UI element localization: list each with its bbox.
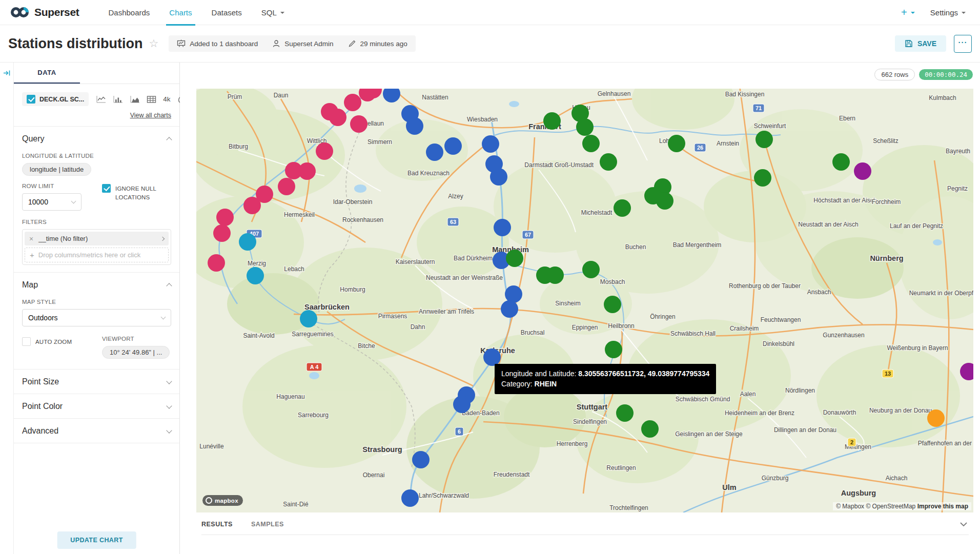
map-point[interactable] bbox=[854, 162, 871, 180]
map-point[interactable] bbox=[756, 131, 773, 148]
map-point[interactable] bbox=[616, 404, 634, 422]
viz-type-selected[interactable]: DECK.GL SC... bbox=[22, 92, 89, 106]
area-chart-icon[interactable] bbox=[130, 95, 140, 104]
attribution-mapbox[interactable]: © Mapbox bbox=[836, 503, 864, 510]
save-button[interactable]: SAVE bbox=[895, 35, 946, 52]
map-point[interactable] bbox=[350, 115, 368, 133]
map-point[interactable] bbox=[278, 178, 295, 195]
map-point[interactable] bbox=[506, 250, 523, 267]
deckgl-map[interactable]: PrümDaunNastättenGelnhausenBad Kissingen… bbox=[196, 89, 973, 512]
nav-dashboards[interactable]: Dashboards bbox=[108, 0, 150, 25]
map-point[interactable] bbox=[576, 118, 594, 136]
map-point[interactable] bbox=[216, 209, 234, 226]
map-point[interactable] bbox=[490, 168, 507, 186]
map-point[interactable] bbox=[401, 489, 419, 507]
map-point[interactable] bbox=[543, 112, 561, 130]
map-point[interactable] bbox=[444, 137, 462, 155]
viz-4k-label[interactable]: 4k bbox=[163, 95, 170, 103]
filter-drop-zone[interactable]: + Drop columns/metrics here or click bbox=[25, 248, 169, 262]
map-section-header[interactable]: Map bbox=[14, 273, 179, 296]
map-point[interactable] bbox=[582, 135, 600, 152]
nav-charts[interactable]: Charts bbox=[169, 0, 192, 25]
map-attribution: © Mapbox © OpenStreetMap Improve this ma… bbox=[833, 502, 971, 510]
dashboard-icon bbox=[177, 39, 186, 48]
map-point[interactable] bbox=[208, 254, 225, 272]
collapse-results-icon[interactable] bbox=[959, 522, 969, 527]
update-chart-button[interactable]: UPDATE CHART bbox=[57, 531, 136, 549]
auto-zoom-control[interactable]: AUTO ZOOM bbox=[22, 337, 99, 346]
map-style-select[interactable]: Outdoors bbox=[22, 309, 171, 326]
new-item-button[interactable]: + bbox=[901, 7, 915, 18]
map-point[interactable] bbox=[505, 285, 522, 303]
nav-sql[interactable]: SQL bbox=[261, 0, 284, 25]
advanced-section-header[interactable]: Advanced bbox=[14, 419, 179, 442]
road-shield-label: 26 bbox=[697, 145, 703, 151]
expand-panel-icon[interactable] bbox=[3, 69, 11, 77]
map-point[interactable] bbox=[614, 199, 631, 217]
tab-samples[interactable]: SAMPLES bbox=[251, 521, 284, 528]
row-limit-select[interactable]: 10000 bbox=[22, 193, 81, 211]
map-point[interactable] bbox=[406, 117, 423, 135]
map-point[interactable] bbox=[247, 267, 264, 284]
tab-data[interactable]: DATA bbox=[14, 63, 80, 84]
query-section-header[interactable]: Query bbox=[14, 127, 179, 150]
map-city-label: Michelstadt bbox=[581, 209, 612, 216]
improve-map-link[interactable]: Improve this map bbox=[917, 503, 968, 510]
map-point[interactable] bbox=[426, 143, 443, 161]
line-chart-icon[interactable] bbox=[96, 95, 106, 104]
mapbox-logo[interactable]: mapbox bbox=[202, 495, 243, 506]
viewport-value-pill[interactable]: 10° 24' 49.86" | ... bbox=[102, 346, 170, 359]
map-city-label: Heilbronn bbox=[608, 322, 634, 330]
mapbox-icon bbox=[206, 497, 212, 504]
map-point[interactable] bbox=[927, 409, 945, 427]
dashboards-badge[interactable]: Added to 1 dashboard bbox=[177, 39, 258, 48]
map-point[interactable] bbox=[213, 224, 231, 242]
point-size-section-header[interactable]: Point Size bbox=[14, 370, 179, 393]
map-point[interactable] bbox=[668, 135, 685, 152]
checked-checkbox-icon[interactable] bbox=[102, 184, 111, 193]
attribution-osm[interactable]: © OpenStreetMap bbox=[866, 503, 915, 510]
map-canvas[interactable]: PrümDaunNastättenGelnhausenBad Kissingen… bbox=[196, 89, 973, 512]
bar-chart-icon[interactable] bbox=[113, 95, 123, 104]
lonlat-value-pill[interactable]: longitude | latitude bbox=[22, 163, 91, 176]
map-point[interactable] bbox=[300, 310, 317, 327]
view-all-charts-link[interactable]: View all charts bbox=[130, 112, 171, 119]
superset-logo[interactable]: Superset bbox=[10, 6, 79, 18]
map-point[interactable] bbox=[453, 396, 471, 413]
unchecked-checkbox-icon[interactable] bbox=[22, 337, 31, 346]
owner-badge[interactable]: Superset Admin bbox=[272, 39, 333, 48]
last-modified-badge[interactable]: 29 minutes ago bbox=[348, 39, 407, 48]
map-point[interactable] bbox=[316, 142, 333, 160]
map-point[interactable] bbox=[604, 296, 621, 313]
map-point[interactable] bbox=[243, 197, 261, 214]
ignore-null-control[interactable]: IGNORE NULL LOCATIONS bbox=[102, 184, 171, 201]
map-point[interactable] bbox=[501, 300, 518, 318]
map-point[interactable] bbox=[656, 192, 673, 210]
map-point[interactable] bbox=[412, 451, 430, 468]
map-point[interactable] bbox=[605, 341, 622, 358]
filter-pill[interactable]: × __time (No filter) bbox=[25, 232, 169, 245]
remove-filter-icon[interactable]: × bbox=[29, 235, 33, 243]
map-point[interactable] bbox=[285, 162, 302, 179]
nav-datasets[interactable]: Datasets bbox=[212, 0, 242, 25]
map-point[interactable] bbox=[582, 261, 600, 278]
point-color-section-header[interactable]: Point Color bbox=[14, 394, 179, 417]
map-point[interactable] bbox=[754, 169, 771, 187]
map-point[interactable] bbox=[641, 420, 659, 438]
map-point[interactable] bbox=[546, 266, 564, 284]
map-point[interactable] bbox=[832, 153, 850, 171]
favorite-star-icon[interactable]: ☆ bbox=[149, 37, 159, 50]
more-actions-button[interactable]: ··· bbox=[954, 35, 972, 53]
map-point[interactable] bbox=[600, 153, 617, 171]
map-point[interactable] bbox=[483, 348, 501, 366]
map-point[interactable] bbox=[329, 109, 346, 126]
map-city-label: Hermeskeil bbox=[284, 211, 315, 218]
map-point[interactable] bbox=[344, 94, 361, 111]
map-style-label: MAP STYLE bbox=[22, 299, 171, 305]
map-point[interactable] bbox=[494, 219, 511, 236]
settings-menu[interactable]: Settings bbox=[930, 8, 966, 17]
table-icon[interactable] bbox=[147, 95, 156, 104]
map-point[interactable] bbox=[482, 135, 499, 153]
map-point[interactable] bbox=[239, 233, 256, 251]
tab-results[interactable]: RESULTS bbox=[201, 521, 233, 528]
